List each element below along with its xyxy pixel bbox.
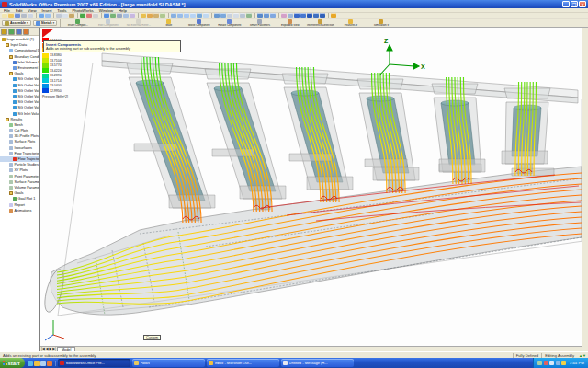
menu-file[interactable]: File xyxy=(4,8,10,13)
cm-button-label: Exploded View xyxy=(275,24,305,27)
redo-icon[interactable] xyxy=(45,13,51,18)
copy-icon[interactable] xyxy=(62,13,68,18)
outlook-icon[interactable] xyxy=(34,361,40,366)
print-icon[interactable] xyxy=(21,13,27,18)
line-icon[interactable] xyxy=(117,13,122,18)
tree-item-label: SG Outlet Volume Flow Rate 3 xyxy=(18,89,40,93)
menu-help[interactable]: Help xyxy=(119,8,127,13)
smart-fasteners-button[interactable]: Smart Fasteners xyxy=(244,19,275,27)
internet-explorer-icon[interactable] xyxy=(28,361,33,366)
menu-window[interactable]: Window xyxy=(99,8,113,13)
undo-icon[interactable] xyxy=(39,13,44,18)
large-assembly-mode-icon[interactable] xyxy=(313,13,319,18)
zoom-previous-icon[interactable] xyxy=(190,13,196,18)
wireframe-icon[interactable] xyxy=(240,13,245,18)
flow-simulation-tree-tab[interactable] xyxy=(23,29,29,35)
open-icon[interactable] xyxy=(8,13,14,18)
cm-tab-assemble[interactable]: Assemble▾ xyxy=(2,20,31,26)
rotate-view-icon[interactable] xyxy=(197,13,202,18)
task-button[interactable]: Flows xyxy=(132,359,205,367)
goal-icon xyxy=(13,77,17,81)
start-button[interactable]: start xyxy=(0,358,25,368)
normal-to-icon[interactable] xyxy=(270,13,276,18)
show-desktop-icon[interactable] xyxy=(40,361,46,366)
configurationmanager-tab[interactable] xyxy=(16,29,22,35)
circle-icon[interactable] xyxy=(123,13,129,18)
section-view-icon[interactable] xyxy=(246,13,252,18)
simulation-small-icon[interactable] xyxy=(320,13,325,18)
edit-color-icon[interactable] xyxy=(86,13,92,18)
save-icon[interactable] xyxy=(15,13,20,18)
select-icon[interactable] xyxy=(93,13,98,18)
zoom-in-out-icon[interactable] xyxy=(184,13,189,18)
shaded-edges-icon[interactable] xyxy=(220,13,226,18)
feature-manager-panel: large manifold (1)Input DataComputationa… xyxy=(0,28,40,351)
propertymanager-tab[interactable] xyxy=(8,29,15,35)
traj-icon xyxy=(13,157,17,161)
flow-simulation-icon[interactable] xyxy=(331,13,336,18)
trim-icon[interactable] xyxy=(130,13,135,18)
revolve-icon[interactable] xyxy=(147,13,153,18)
menu-photoworks[interactable]: PhotoWorks xyxy=(72,8,93,13)
rebuild-icon[interactable] xyxy=(80,13,85,18)
safely-remove-icon[interactable] xyxy=(537,361,542,365)
minimize-button[interactable]: _ xyxy=(562,1,570,7)
restore-button[interactable]: ❐ xyxy=(571,1,578,7)
zoom-fit-icon[interactable] xyxy=(171,13,176,18)
hidden-lines-visible-icon[interactable] xyxy=(227,13,232,18)
graphics-viewport[interactable]: Z X 14.510014.095113.966013.838013.71041… xyxy=(40,28,582,346)
toolbar-separator xyxy=(53,13,54,18)
new-icon[interactable] xyxy=(2,13,7,18)
pan-icon[interactable] xyxy=(203,13,209,18)
legend-max-flag-icon xyxy=(42,29,54,38)
tree-item[interactable]: Animations xyxy=(0,208,39,213)
appearance-icon[interactable] xyxy=(281,13,287,18)
insert-components-button[interactable]: Insert Compon... xyxy=(62,19,93,27)
task-button[interactable]: Inbox - Microsoft Out... xyxy=(207,359,279,367)
network-icon[interactable] xyxy=(556,361,560,365)
standard-views-icon[interactable] xyxy=(264,13,269,18)
media-player-icon[interactable] xyxy=(47,361,52,366)
task-button[interactable]: SolidWorks Office Pre... xyxy=(58,359,130,367)
exploded-view-button[interactable]: Exploded View xyxy=(275,19,305,27)
paste-icon[interactable] xyxy=(69,13,74,18)
cm-tab-sketch[interactable]: Sketch▾ xyxy=(33,20,58,26)
model-view[interactable]: Z X xyxy=(40,28,582,346)
edit-part-icon[interactable] xyxy=(307,13,312,18)
menu-edit[interactable]: Edit xyxy=(16,8,22,13)
rotate-component-button[interactable]: Rotate Component xyxy=(214,19,244,27)
legend-unit-label: Pressure [lbf/in^2] xyxy=(42,95,68,98)
tree-item-label: Mesh xyxy=(15,123,23,127)
featuremanager-tab[interactable] xyxy=(1,29,7,35)
move-component-button[interactable]: Move Component xyxy=(184,19,214,27)
zoom-area-icon[interactable] xyxy=(177,13,183,18)
flow-simulation-tree: large manifold (1)Input DataComputationa… xyxy=(0,36,39,213)
updates-icon[interactable] xyxy=(561,361,566,365)
antivirus-icon[interactable] xyxy=(544,361,548,365)
simulation-group-button[interactable]: Simulation ▾ xyxy=(366,19,396,27)
pattern-icon[interactable] xyxy=(160,13,165,18)
interference-detection-button[interactable]: Interference Detection xyxy=(305,19,335,27)
move-component-small-icon[interactable] xyxy=(294,13,300,18)
legend-row: 12.9950 xyxy=(42,88,68,94)
volume-icon[interactable] xyxy=(549,361,554,365)
smart-dimension-icon[interactable] xyxy=(110,13,116,18)
sketch-icon[interactable] xyxy=(104,13,109,18)
param-icon xyxy=(9,180,13,184)
close-button[interactable]: ✕ xyxy=(579,1,586,7)
menu-insert[interactable]: Insert xyxy=(42,8,52,13)
mate-button[interactable]: Mate xyxy=(153,19,184,27)
menu-tools[interactable]: Tools xyxy=(57,8,66,13)
print-preview-icon[interactable] xyxy=(28,13,33,18)
menu-view[interactable]: View xyxy=(28,8,36,13)
task-button[interactable]: Untitled - Message (H... xyxy=(281,359,354,367)
cut-icon[interactable] xyxy=(56,13,62,18)
shaded-icon[interactable] xyxy=(214,13,220,18)
fillet-icon[interactable] xyxy=(153,13,159,18)
extrude-icon[interactable] xyxy=(141,13,146,18)
assembly-transparency-icon[interactable] xyxy=(300,13,306,18)
hidden-lines-removed-icon[interactable] xyxy=(233,13,239,18)
features-group-button[interactable]: Features ▾ xyxy=(335,19,366,27)
view-orientation-icon[interactable] xyxy=(257,13,263,18)
scene-icon[interactable] xyxy=(288,13,293,18)
